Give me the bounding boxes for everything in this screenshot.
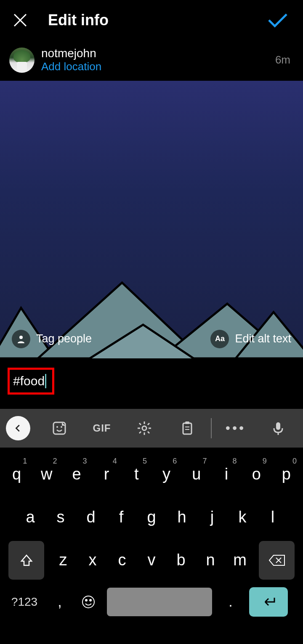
key-x[interactable]: x	[78, 540, 107, 580]
close-icon[interactable]	[8, 8, 33, 33]
key-n[interactable]: n	[196, 540, 225, 580]
svg-point-22	[90, 599, 91, 601]
timestamp: 6m	[275, 53, 290, 66]
key-o[interactable]: o9	[242, 454, 271, 495]
sticker-icon[interactable]	[38, 409, 80, 448]
spacebar-key[interactable]	[107, 588, 212, 616]
key-s[interactable]: s	[46, 497, 75, 538]
tag-people-button[interactable]: Tag people	[12, 330, 92, 348]
add-location-link[interactable]: Add location	[41, 60, 275, 73]
caption-input[interactable]: #food	[8, 368, 54, 395]
key-d[interactable]: d	[76, 497, 106, 538]
svg-point-9	[56, 426, 58, 428]
key-m[interactable]: m	[226, 540, 254, 580]
shift-key[interactable]	[8, 541, 44, 580]
backspace-key[interactable]	[259, 541, 295, 580]
post-image[interactable]: Tag people Aa Edit alt text	[0, 81, 303, 358]
key-h[interactable]: h	[167, 497, 197, 538]
svg-point-11	[142, 426, 146, 430]
divider	[211, 418, 212, 438]
key-j[interactable]: j	[197, 497, 227, 538]
svg-rect-16	[276, 422, 280, 430]
enter-key[interactable]	[249, 587, 288, 617]
key-a[interactable]: a	[16, 497, 45, 538]
key-z[interactable]: z	[49, 540, 77, 580]
key-u[interactable]: u7	[182, 454, 211, 495]
emoji-key[interactable]	[74, 585, 103, 619]
key-w[interactable]: w2	[32, 454, 61, 495]
person-icon	[12, 330, 30, 348]
clipboard-icon[interactable]	[166, 409, 208, 448]
key-r[interactable]: r4	[92, 454, 121, 495]
text-cursor	[45, 374, 46, 388]
gif-button[interactable]: GIF	[80, 409, 123, 448]
alt-text-icon: Aa	[210, 330, 229, 348]
key-q[interactable]: q1	[2, 454, 31, 495]
header: Edit info	[0, 0, 303, 40]
key-k[interactable]: k	[228, 497, 257, 538]
caption-text: #food	[13, 374, 45, 388]
key-i[interactable]: i8	[212, 454, 241, 495]
caption-area: #food	[0, 358, 303, 409]
key-p[interactable]: p0	[272, 454, 301, 495]
user-row: notmejohn Add location 6m	[0, 40, 303, 81]
key-e[interactable]: e3	[62, 454, 91, 495]
avatar[interactable]	[9, 48, 35, 73]
key-l[interactable]: l	[258, 497, 287, 538]
svg-point-20	[82, 596, 94, 608]
tag-people-label: Tag people	[36, 332, 92, 345]
key-b[interactable]: b	[167, 540, 195, 580]
more-icon[interactable]: •••	[214, 409, 257, 448]
svg-rect-13	[185, 421, 189, 424]
key-v[interactable]: v	[137, 540, 166, 580]
key-c[interactable]: c	[108, 540, 136, 580]
username: notmejohn	[41, 47, 275, 60]
key-t[interactable]: t5	[122, 454, 151, 495]
edit-alt-text-button[interactable]: Aa Edit alt text	[210, 330, 291, 348]
svg-point-21	[85, 599, 87, 601]
page-title: Edit info	[48, 11, 265, 29]
keyboard-collapse-icon[interactable]	[6, 416, 30, 440]
svg-point-10	[61, 426, 62, 428]
period-key[interactable]: .	[216, 585, 245, 619]
keyboard-toolbar: GIF •••	[0, 409, 303, 448]
key-y[interactable]: y6	[152, 454, 181, 495]
svg-rect-12	[183, 423, 191, 434]
key-f[interactable]: f	[106, 497, 136, 538]
svg-point-7	[19, 336, 23, 339]
gear-icon[interactable]	[123, 409, 166, 448]
confirm-check-icon[interactable]	[265, 8, 290, 33]
edit-alt-text-label: Edit alt text	[235, 332, 291, 345]
key-g[interactable]: g	[137, 497, 166, 538]
mic-icon[interactable]	[257, 409, 300, 448]
keyboard: q1w2e3r4t5y6u7i8o9p0 asdfghjkl zxcvbnm ?…	[0, 448, 303, 631]
symbols-key[interactable]: ?123	[3, 585, 45, 619]
comma-key[interactable]: ,	[45, 585, 74, 619]
